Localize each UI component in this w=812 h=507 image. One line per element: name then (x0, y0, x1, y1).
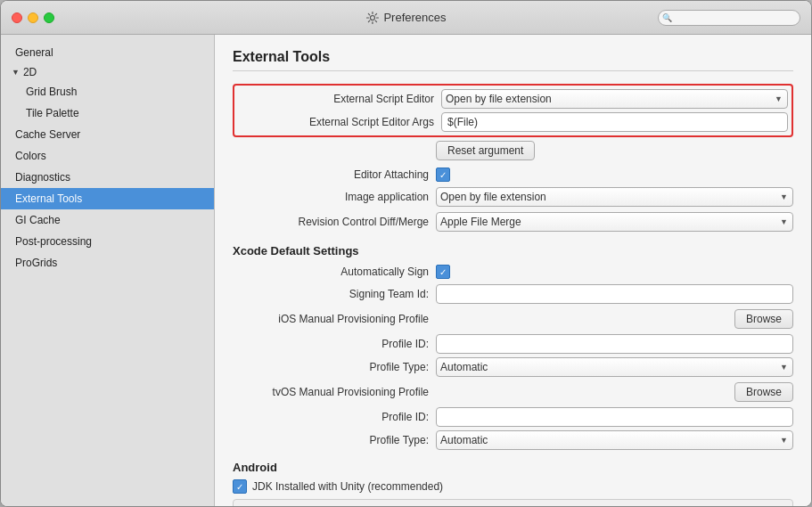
ios-profile-type-select-wrapper: Automatic Manual (436, 357, 793, 377)
tvos-profile-type-row: Profile Type: Automatic Manual (233, 430, 793, 450)
revision-control-row: Revision Control Diff/Merge Apple File M… (233, 212, 793, 232)
tvos-provisioning-row: tvOS Manual Provisioning Profile Browse (233, 382, 793, 402)
script-editor-args-label: External Script Editor Args (238, 116, 434, 128)
script-editor-select-wrapper: Open by file extension Visual Studio Cod… (441, 89, 788, 109)
sidebar-item-colors[interactable]: Colors (1, 145, 214, 167)
ios-browse-button[interactable]: Browse (734, 309, 793, 329)
script-editor-row: External Script Editor Open by file exte… (238, 89, 788, 109)
editor-attaching-row: Editor Attaching ✓ (233, 168, 793, 182)
gear-icon (365, 12, 378, 24)
tvos-profile-id-control (436, 407, 793, 427)
tvos-profile-id-label: Profile ID: (233, 411, 429, 423)
editor-attaching-label: Editor Attaching (233, 168, 429, 181)
minimize-button[interactable] (28, 12, 38, 23)
sidebar-item-cache-server[interactable]: Cache Server (1, 124, 214, 145)
auto-sign-checkbox[interactable]: ✓ (436, 265, 450, 279)
image-app-select[interactable]: Open by file extension GIMP Photoshop (436, 187, 793, 207)
android-section-title: Android (233, 461, 793, 474)
ios-provisioning-row: iOS Manual Provisioning Profile Browse (233, 309, 793, 329)
sidebar-group-label-2d: 2D (23, 66, 37, 78)
signing-team-control (436, 284, 793, 304)
sidebar-item-diagnostics[interactable]: Diagnostics (1, 167, 214, 188)
script-editor-args-row: External Script Editor Args (238, 112, 788, 132)
ios-profile-id-row: Profile ID: (233, 334, 793, 354)
sidebar-item-progrids[interactable]: ProGrids (1, 252, 214, 274)
script-editor-select[interactable]: Open by file extension Visual Studio Cod… (441, 89, 788, 109)
ios-browse-right: Browse (429, 309, 793, 329)
page-title: External Tools (233, 49, 793, 71)
ios-profile-id-input[interactable] (436, 334, 793, 354)
ios-profile-type-select[interactable]: Automatic Manual (436, 357, 793, 377)
ios-profile-id-control (436, 334, 793, 354)
script-editor-args-control (441, 112, 788, 132)
revision-control-label: Revision Control Diff/Merge (233, 216, 429, 228)
revision-control-select-wrapper: Apple File Merge SourceGear DiffMerge To… (436, 212, 793, 232)
auto-sign-control: ✓ (436, 265, 793, 279)
traffic-lights (12, 12, 54, 23)
sidebar-group-2d[interactable]: ▼ 2D (1, 63, 214, 81)
tvos-profile-id-row: Profile ID: (233, 407, 793, 427)
xcode-section-title: Xcode Default Settings (233, 244, 793, 258)
image-app-select-wrapper: Open by file extension GIMP Photoshop (436, 187, 793, 207)
window-body: General ▼ 2D Grid Brush Tile Palette Cac… (1, 35, 811, 506)
editor-attaching-checkbox[interactable]: ✓ (436, 168, 450, 182)
tvos-provisioning-label: tvOS Manual Provisioning Profile (233, 386, 429, 398)
tvos-profile-type-label: Profile Type: (233, 434, 429, 446)
ios-profile-id-label: Profile ID: (233, 338, 429, 350)
script-editor-group: External Script Editor Open by file exte… (233, 84, 793, 137)
title-text: Preferences (383, 11, 446, 24)
sidebar-item-tile-palette[interactable]: Tile Palette (1, 102, 214, 124)
editor-attaching-control: ✓ (436, 168, 793, 182)
script-editor-label: External Script Editor (238, 93, 434, 105)
sidebar-item-external-tools[interactable]: External Tools (1, 188, 214, 209)
tvos-browse-right: Browse (429, 382, 793, 402)
triangle-icon: ▼ (12, 68, 20, 77)
jdk-info-box: i JDK installed with Unity is based on O… (233, 499, 793, 506)
sidebar: General ▼ 2D Grid Brush Tile Palette Cac… (1, 35, 215, 506)
ios-profile-type-row: Profile Type: Automatic Manual (233, 357, 793, 377)
image-app-label: Image application (233, 191, 429, 203)
signing-team-label: Signing Team Id: (233, 288, 429, 300)
jdk-checkbox[interactable]: ✓ (233, 479, 247, 494)
tvos-browse-button[interactable]: Browse (734, 382, 793, 402)
revision-control-select[interactable]: Apple File Merge SourceGear DiffMerge To… (436, 212, 793, 232)
preferences-window: Preferences General ▼ 2D Grid Brush Tile… (0, 0, 812, 507)
search-wrapper (658, 10, 800, 26)
close-button[interactable] (12, 12, 22, 23)
image-app-row: Image application Open by file extension… (233, 187, 793, 207)
script-editor-args-input[interactable] (441, 112, 788, 132)
signing-team-row: Signing Team Id: (233, 284, 793, 304)
tvos-profile-type-select-wrapper: Automatic Manual (436, 430, 793, 450)
sidebar-item-post-processing[interactable]: Post-processing (1, 231, 214, 252)
sidebar-item-general[interactable]: General (1, 42, 214, 63)
sidebar-item-grid-brush[interactable]: Grid Brush (1, 81, 214, 102)
sidebar-item-gi-cache[interactable]: GI Cache (1, 209, 214, 231)
maximize-button[interactable] (44, 12, 54, 23)
svg-point-0 (370, 15, 374, 20)
main-content: External Tools External Script Editor Op… (215, 35, 811, 506)
reset-argument-button[interactable]: Reset argument (436, 141, 535, 160)
tvos-profile-type-select[interactable]: Automatic Manual (436, 430, 793, 450)
search-input[interactable] (658, 10, 800, 26)
titlebar: Preferences (1, 1, 811, 35)
reset-arg-row: Reset argument (233, 141, 793, 160)
jdk-checkbox-label: JDK Installed with Unity (recommended) (252, 480, 443, 493)
window-title: Preferences (365, 11, 446, 24)
ios-provisioning-label: iOS Manual Provisioning Profile (233, 313, 429, 325)
tvos-profile-id-input[interactable] (436, 407, 793, 427)
auto-sign-row: Automatically Sign ✓ (233, 265, 793, 279)
signing-team-input[interactable] (436, 284, 793, 304)
ios-profile-type-label: Profile Type: (233, 361, 429, 373)
jdk-checkbox-row: ✓ JDK Installed with Unity (recommended) (233, 479, 793, 494)
auto-sign-label: Automatically Sign (233, 266, 429, 278)
reset-arg-control: Reset argument (436, 141, 793, 160)
